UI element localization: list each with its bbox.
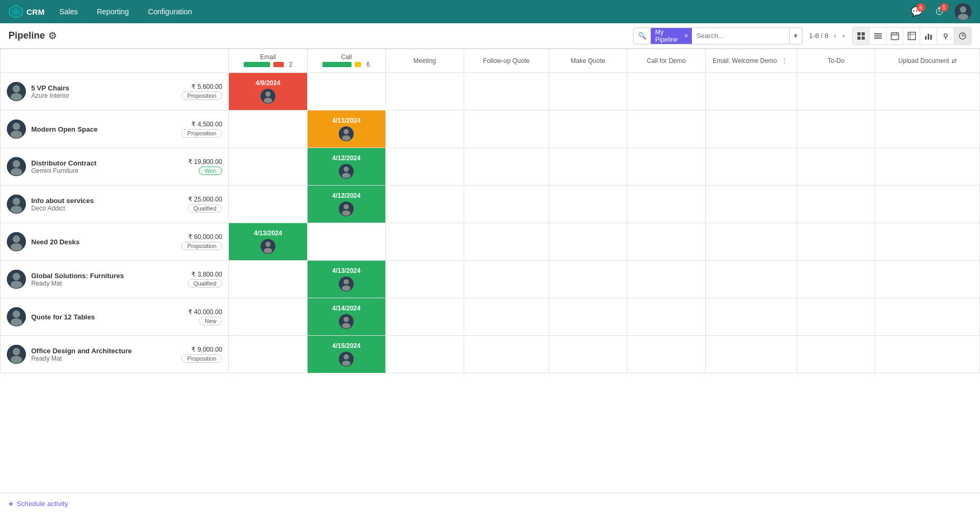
make-quote-cell[interactable]	[549, 73, 627, 111]
meeting-cell[interactable]	[385, 261, 464, 298]
call-demo-cell[interactable]	[627, 111, 705, 148]
follow-up-cell[interactable]	[464, 336, 549, 373]
chart-view-button[interactable]	[920, 27, 937, 44]
call-activity-cell[interactable]: 4/14/2024	[307, 298, 385, 336]
map-view-button[interactable]	[937, 27, 954, 44]
search-dropdown-icon[interactable]: ▾	[789, 28, 802, 44]
todo-cell[interactable]	[797, 186, 875, 223]
call-activity-block[interactable]: 4/12/2024	[308, 186, 385, 223]
meeting-cell[interactable]	[385, 298, 464, 336]
lead-cell[interactable]: Info about services Deco Addict ₹ 25,000…	[1, 186, 229, 223]
nav-configuration[interactable]: Configuration	[144, 5, 196, 18]
nav-reporting[interactable]: Reporting	[93, 5, 133, 18]
follow-up-cell[interactable]	[464, 111, 549, 148]
calendar-view-button[interactable]	[886, 27, 903, 44]
make-quote-cell[interactable]	[549, 336, 627, 373]
next-page-button[interactable]: ›	[842, 31, 846, 41]
email-activity-cell[interactable]: 4/13/2024	[229, 223, 307, 261]
lead-cell[interactable]: Quote for 12 Tables ₹ 40,000.00 New	[1, 298, 229, 336]
make-quote-cell[interactable]	[549, 261, 627, 298]
meeting-cell[interactable]	[385, 186, 464, 223]
call-demo-cell[interactable]	[627, 261, 705, 298]
prev-page-button[interactable]: ‹	[833, 31, 837, 41]
search-filter-tag[interactable]: My Pipeline ×	[651, 28, 692, 44]
make-quote-cell[interactable]	[549, 186, 627, 223]
call-activity-cell[interactable]: 4/15/2024	[307, 336, 385, 373]
email-welcome-cell[interactable]	[706, 223, 797, 261]
call-activity-cell[interactable]: 4/12/2024	[307, 148, 385, 186]
lead-cell[interactable]: Need 20 Desks ₹ 60,000.00 Proposition	[1, 223, 229, 261]
meeting-cell[interactable]	[385, 148, 464, 186]
activity-view-button[interactable]	[954, 27, 971, 44]
make-quote-cell[interactable]	[549, 148, 627, 186]
call-activity-cell[interactable]: 4/12/2024	[307, 186, 385, 223]
follow-up-cell[interactable]	[464, 223, 549, 261]
email-activity-block[interactable]: 4/9/2024	[229, 73, 307, 110]
todo-cell[interactable]	[797, 223, 875, 261]
activity-button[interactable]: ⏱ 5	[931, 3, 948, 20]
email-welcome-cell[interactable]	[706, 148, 797, 186]
todo-cell[interactable]	[797, 111, 875, 148]
call-demo-cell[interactable]	[627, 148, 705, 186]
call-demo-cell[interactable]	[627, 186, 705, 223]
email-welcome-cell[interactable]	[706, 73, 797, 111]
call-activity-block[interactable]: 4/13/2024	[308, 261, 385, 298]
make-quote-cell[interactable]	[549, 223, 627, 261]
upload-cell[interactable]	[875, 261, 980, 298]
todo-cell[interactable]	[797, 261, 875, 298]
call-activity-cell[interactable]: 4/11/2024	[307, 111, 385, 148]
app-logo[interactable]: CRM	[8, 4, 44, 19]
schedule-activity-button[interactable]: + Schedule activity	[8, 499, 68, 509]
swap-icon[interactable]: ⇄	[951, 57, 957, 65]
meeting-cell[interactable]	[385, 111, 464, 148]
kanban-view-button[interactable]	[853, 27, 870, 44]
email-welcome-cell[interactable]	[706, 298, 797, 336]
todo-cell[interactable]	[797, 336, 875, 373]
meeting-cell[interactable]	[385, 336, 464, 373]
upload-cell[interactable]	[875, 298, 980, 336]
email-welcome-cell[interactable]	[706, 186, 797, 223]
call-activity-block[interactable]: 4/14/2024	[308, 298, 385, 335]
email-welcome-cell[interactable]	[706, 336, 797, 373]
meeting-cell[interactable]	[385, 73, 464, 111]
email-welcome-cell[interactable]	[706, 261, 797, 298]
call-demo-cell[interactable]	[627, 298, 705, 336]
todo-cell[interactable]	[797, 73, 875, 111]
call-activity-block[interactable]: 4/15/2024	[308, 336, 385, 373]
upload-cell[interactable]	[875, 148, 980, 186]
lead-cell[interactable]: Distributor Contract Gemini Furniture ₹ …	[1, 148, 229, 186]
upload-cell[interactable]	[875, 111, 980, 148]
call-demo-cell[interactable]	[627, 336, 705, 373]
lead-cell[interactable]: 5 VP Chairs Azure Interior ₹ 5,600.00 Pr…	[1, 73, 229, 111]
notifications-button[interactable]: 💬 6	[908, 3, 925, 20]
follow-up-cell[interactable]	[464, 148, 549, 186]
todo-cell[interactable]	[797, 148, 875, 186]
search-input[interactable]	[692, 32, 789, 40]
user-avatar[interactable]	[955, 3, 972, 20]
call-demo-cell[interactable]	[627, 73, 705, 111]
call-activity-block[interactable]: 4/11/2024	[308, 111, 385, 148]
lead-cell[interactable]: Office Design and Architecture Ready Mat…	[1, 336, 229, 373]
email-activity-cell[interactable]: 4/9/2024	[229, 73, 307, 111]
upload-cell[interactable]	[875, 186, 980, 223]
filter-close-icon[interactable]: ×	[684, 32, 688, 40]
nav-sales[interactable]: Sales	[55, 5, 82, 18]
follow-up-cell[interactable]	[464, 261, 549, 298]
email-activity-block[interactable]: 4/13/2024	[229, 223, 307, 260]
make-quote-cell[interactable]	[549, 298, 627, 336]
email-welcome-cell[interactable]	[706, 111, 797, 148]
call-activity-block[interactable]: 4/12/2024	[308, 148, 385, 185]
follow-up-cell[interactable]	[464, 73, 549, 111]
more-options-icon[interactable]: ⋮	[779, 56, 790, 66]
call-activity-cell[interactable]: 4/13/2024	[307, 261, 385, 298]
upload-cell[interactable]	[875, 223, 980, 261]
upload-cell[interactable]	[875, 73, 980, 111]
meeting-cell[interactable]	[385, 223, 464, 261]
todo-cell[interactable]	[797, 298, 875, 336]
pivot-view-button[interactable]	[903, 27, 920, 44]
lead-cell[interactable]: Modern Open Space ₹ 4,500.00 Proposition	[1, 111, 229, 148]
make-quote-cell[interactable]	[549, 111, 627, 148]
follow-up-cell[interactable]	[464, 298, 549, 336]
list-view-button[interactable]	[870, 27, 886, 44]
upload-cell[interactable]	[875, 336, 980, 373]
